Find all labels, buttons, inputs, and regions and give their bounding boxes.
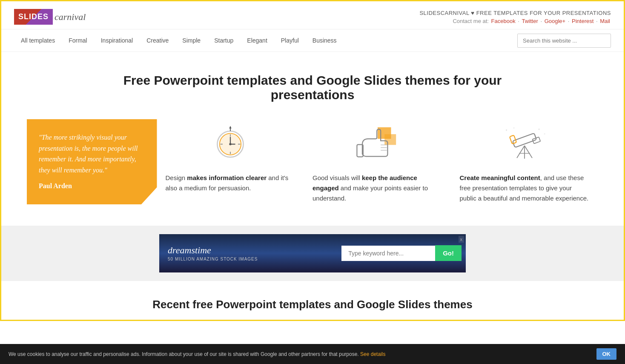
feature-design-text: Design makes information clearer and it'…: [166, 173, 296, 193]
logo-slides: SLIDES: [14, 9, 53, 25]
link-mail[interactable]: Mail: [600, 18, 610, 24]
recent-title: Recent free Powerpoint templates and Goo…: [14, 298, 611, 311]
ad-brand-sub: 50 MILLION AMAZING STOCK IMAGES: [168, 257, 329, 261]
clock-icon-container: [166, 119, 296, 166]
feature-design: Design makes information clearer and it'…: [157, 119, 304, 193]
nav-formal[interactable]: Formal: [62, 29, 94, 52]
hero-title: Free Powerpoint templates and Google Sli…: [121, 73, 504, 102]
hero-section: Free Powerpoint templates and Google Sli…: [1, 52, 624, 119]
ad-search-input[interactable]: [341, 246, 435, 261]
feature-content: + + + + Create meaningful content, and u…: [451, 119, 599, 203]
svg-text:+: +: [538, 127, 540, 131]
quote-text: "The more strikingly visual your present…: [39, 132, 145, 175]
thumbs-icon: [354, 123, 401, 162]
svg-line-25: [517, 146, 525, 158]
nav-links: All templates Formal Inspirational Creat…: [14, 29, 517, 52]
link-twitter[interactable]: Twitter: [522, 18, 538, 24]
logo-area[interactable]: SLIDES carnival: [14, 9, 86, 25]
svg-rect-13: [384, 134, 396, 145]
nav-inspirational[interactable]: Inspirational: [94, 29, 140, 52]
ad-section: dreamstime 50 MILLION AMAZING STOCK IMAG…: [1, 226, 624, 281]
ad-banner: dreamstime 50 MILLION AMAZING STOCK IMAG…: [159, 234, 466, 272]
feature-content-text: Create meaningful content, and use these…: [460, 173, 590, 203]
header-right: SLIDESCARNIVAL ♥ FREE TEMPLATES FOR YOUR…: [419, 10, 611, 24]
ad-search-area: Go!: [337, 245, 466, 261]
site-tagline: SLIDESCARNIVAL ♥ FREE TEMPLATES FOR YOUR…: [419, 10, 611, 16]
features-section: "The more strikingly visual your present…: [1, 119, 624, 226]
thumbs-icon-container: [312, 119, 443, 166]
clock-icon: [211, 123, 249, 162]
svg-text:+: +: [505, 128, 507, 132]
feature-visuals-text: Good visuals will keep the audience enga…: [312, 173, 443, 203]
search-input[interactable]: [517, 34, 611, 48]
link-facebook[interactable]: Facebook: [491, 18, 516, 24]
telescope-icon: + + + +: [501, 123, 548, 162]
feature-quote: "The more strikingly visual your present…: [27, 119, 157, 204]
recent-section: Recent free Powerpoint templates and Goo…: [1, 281, 624, 320]
nav-simple[interactable]: Simple: [175, 29, 207, 52]
ad-brand-area: dreamstime 50 MILLION AMAZING STOCK IMAG…: [159, 241, 337, 266]
header: SLIDES carnival SLIDESCARNIVAL ♥ FREE TE…: [1, 1, 624, 29]
quote-author: Paul Arden: [39, 181, 145, 192]
contact-label: Contact me at:: [453, 18, 489, 24]
nav-all-templates[interactable]: All templates: [14, 29, 62, 52]
link-pinterest[interactable]: Pinterest: [572, 18, 593, 24]
ad-go-button[interactable]: Go!: [435, 245, 462, 261]
ad-content: dreamstime 50 MILLION AMAZING STOCK IMAG…: [159, 234, 466, 272]
nav-startup[interactable]: Startup: [207, 29, 240, 52]
logo-carnival: carnival: [54, 11, 86, 23]
search-box: [517, 34, 611, 48]
main-nav: All templates Formal Inspirational Creat…: [1, 29, 624, 52]
contact-links: Contact me at: Facebook · Twitter · Goog…: [419, 18, 611, 24]
link-googleplus[interactable]: Google+: [545, 18, 566, 24]
svg-text:+: +: [513, 126, 515, 130]
quote-box: "The more strikingly visual your present…: [27, 119, 157, 204]
svg-line-27: [525, 146, 532, 158]
nav-creative[interactable]: Creative: [140, 29, 175, 52]
feature-visuals: Good visuals will keep the audience enga…: [304, 119, 451, 203]
svg-marker-2: [229, 126, 232, 128]
ad-close-button[interactable]: x: [459, 236, 464, 243]
nav-business[interactable]: Business: [306, 29, 344, 52]
nav-playful[interactable]: Playful: [274, 29, 306, 52]
nav-elegant[interactable]: Elegant: [240, 29, 274, 52]
svg-text:+: +: [544, 132, 545, 136]
svg-point-11: [229, 143, 232, 145]
telescope-icon-container: + + + +: [460, 119, 590, 166]
ad-brand-logo: dreamstime: [168, 245, 329, 256]
